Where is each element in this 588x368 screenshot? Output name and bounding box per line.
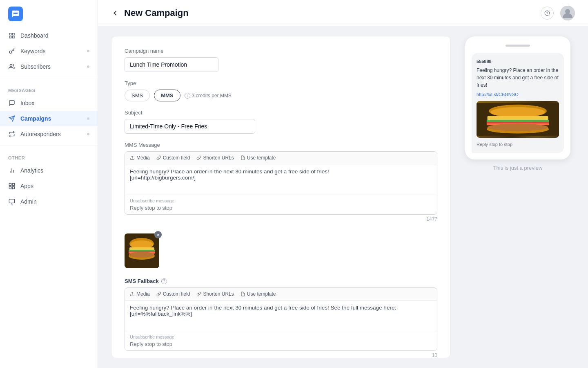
dot-indicator (87, 50, 89, 52)
sidebar-item-label: Keywords (20, 48, 45, 54)
mms-message-textarea[interactable]: Feeling hungry? Place an order in the ne… (125, 164, 437, 193)
sidebar: Dashboard Keywords Subscribers Messages … (0, 0, 98, 368)
sidebar-logo (0, 0, 98, 28)
image-thumbnail (125, 233, 159, 268)
dot-indicator (87, 133, 89, 135)
app-logo[interactable] (8, 7, 23, 21)
other-section-label: Other (0, 149, 98, 163)
svg-rect-12 (9, 186, 11, 188)
sidebar-divider (0, 78, 98, 78)
sidebar-item-label: Apps (20, 183, 33, 189)
sms-custom-field-button[interactable]: Custom field (156, 291, 190, 297)
sidebar-item-label: Subscribers (20, 63, 51, 70)
type-group: Type SMS MMS i 3 credits per MMS (125, 80, 437, 101)
svg-point-4 (9, 51, 12, 53)
reply-stop: Reply stop to stop (477, 141, 559, 148)
media-button[interactable]: Media (130, 155, 150, 161)
sidebar-item-autoresponders[interactable]: Autoresponders (0, 126, 98, 142)
svg-rect-0 (9, 33, 11, 35)
sms-char-count: 10 (125, 352, 437, 358)
apps-icon (8, 182, 16, 190)
sidebar-item-label: Inbox (20, 100, 34, 106)
info-icon: i (185, 93, 190, 99)
unsub-area: Unsubscribe message Reply stop to stop (125, 195, 437, 214)
bubble-sender: 555888 (477, 58, 559, 65)
subject-label: Subject (125, 110, 437, 116)
autoresponders-icon (8, 130, 16, 138)
unsub-text: Reply stop to stop (130, 205, 432, 211)
sidebar-item-subscribers[interactable]: Subscribers (0, 59, 98, 74)
messages-section-label: Messages (0, 81, 98, 95)
sidebar-item-keywords[interactable]: Keywords (0, 43, 98, 59)
inbox-icon (8, 99, 16, 107)
sidebar-item-label: Dashboard (20, 32, 49, 39)
preview-caption: This is just a preview (493, 165, 543, 171)
sms-fallback-label: SMS Fallback ? (125, 278, 437, 284)
help-button[interactable] (541, 7, 554, 20)
type-row: SMS MMS i 3 credits per MMS (125, 90, 437, 101)
svg-point-30 (129, 252, 154, 258)
unsub-label: Unsubscribe message (130, 198, 432, 203)
header: New Campaign (98, 0, 588, 26)
sms-unsub-area: Unsubscribe message Reply stop to stop (125, 331, 437, 350)
admin-icon (8, 198, 16, 205)
sidebar-item-campaigns[interactable]: Campaigns (0, 111, 98, 126)
campaign-name-label: Campaign name (125, 48, 437, 54)
sidebar-divider-2 (0, 145, 98, 146)
svg-rect-1 (12, 33, 14, 35)
sms-fallback-info-icon: ? (161, 278, 167, 284)
svg-rect-10 (9, 183, 11, 185)
type-label: Type (125, 80, 437, 86)
sms-fallback-box: Media Custom field Shorten URLs Use (125, 287, 437, 351)
user-avatar[interactable] (560, 6, 575, 20)
sidebar-item-admin[interactable]: Admin (0, 194, 98, 209)
sms-fallback-textarea[interactable]: Feeling hungry? Place an order in the ne… (125, 301, 437, 329)
type-info: i 3 credits per MMS (185, 93, 232, 99)
image-remove-button[interactable]: ✕ (154, 231, 162, 238)
custom-field-button[interactable]: Custom field (156, 155, 190, 161)
use-template-button[interactable]: Use template (241, 155, 276, 161)
sidebar-item-apps[interactable]: Apps (0, 178, 98, 194)
credits-label: 3 credits per MMS (192, 93, 232, 99)
image-thumbnail-container: ✕ (125, 233, 159, 268)
header-left: New Campaign (111, 8, 189, 18)
sms-use-template-button[interactable]: Use template (241, 291, 276, 297)
dot-indicator (87, 117, 89, 120)
content-area: Campaign name Type SMS MMS i 3 credits p… (98, 26, 588, 368)
sidebar-item-label: Analytics (20, 167, 43, 174)
form-panel: Campaign name Type SMS MMS i 3 credits p… (111, 36, 451, 358)
char-count: 1477 (125, 216, 437, 222)
sidebar-item-label: Admin (20, 198, 37, 205)
sidebar-item-dashboard[interactable]: Dashboard (0, 28, 98, 43)
sms-unsub-text: Reply stop to stop (130, 341, 432, 347)
sidebar-item-label: Autoresponders (20, 131, 61, 137)
sms-type-button[interactable]: SMS (125, 90, 150, 101)
dot-indicator (87, 65, 89, 68)
sms-unsub-label: Unsubscribe message (130, 334, 432, 339)
bubble-url: http://txt.st/CBGNGO (477, 91, 559, 98)
dashboard-icon (8, 32, 16, 39)
bubble-text: Feeling hungry? Place an order in the ne… (477, 67, 559, 89)
sidebar-item-analytics[interactable]: Analytics (0, 163, 98, 178)
subject-input[interactable] (125, 119, 255, 134)
sidebar-item-inbox[interactable]: Inbox (0, 95, 98, 111)
svg-point-5 (10, 64, 12, 66)
mms-type-button[interactable]: MMS (154, 90, 180, 101)
campaign-name-group: Campaign name (125, 48, 437, 72)
sms-shorten-urls-button[interactable]: Shorten URLs (196, 291, 234, 297)
header-right (541, 6, 575, 20)
sms-media-button[interactable]: Media (130, 291, 150, 297)
main-content: New Campaign Campaign n (98, 0, 588, 368)
users-icon (8, 63, 16, 70)
page-title: New Campaign (124, 8, 189, 18)
phone-notch (506, 45, 530, 47)
svg-rect-13 (12, 186, 14, 188)
campaign-name-input[interactable] (125, 57, 218, 72)
back-button[interactable] (111, 9, 119, 17)
shorten-urls-button[interactable]: Shorten URLs (196, 155, 234, 161)
svg-rect-2 (12, 36, 14, 38)
message-bubble: 555888 Feeling hungry? Place an order in… (472, 53, 564, 153)
analytics-icon (8, 167, 16, 174)
bubble-image (477, 101, 559, 138)
sms-fallback-group: SMS Fallback ? Media Custom field (125, 278, 437, 358)
